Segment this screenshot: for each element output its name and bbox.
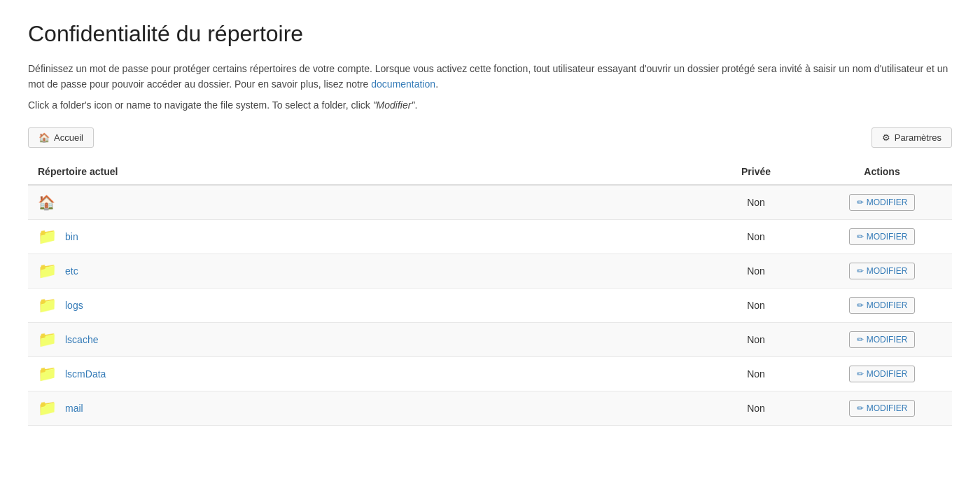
privee-value: Non	[700, 288, 812, 322]
folder-name-link[interactable]: bin	[65, 231, 78, 242]
modifier-button[interactable]: ✏ MODIFIER	[849, 297, 916, 314]
modifier-button[interactable]: ✏ MODIFIER	[849, 400, 916, 417]
privee-value: Non	[700, 356, 812, 391]
col-header-privee: Privée	[700, 159, 812, 185]
parametres-button[interactable]: ⚙ Paramètres	[872, 127, 952, 148]
table-row: 📁lscmDataNon✏ MODIFIER	[28, 356, 952, 391]
pencil-icon: ✏	[857, 335, 864, 345]
modifier-button[interactable]: ✏ MODIFIER	[849, 263, 916, 279]
table-row: 📁etcNon✏ MODIFIER	[28, 254, 952, 288]
parametres-label: Paramètres	[895, 132, 941, 143]
table-row: 📁lscacheNon✏ MODIFIER	[28, 322, 952, 356]
home-btn-icon: 🏠	[38, 132, 50, 143]
folder-name-link[interactable]: lscmData	[65, 368, 106, 380]
pencil-icon: ✏	[857, 197, 864, 207]
pencil-icon: ✏	[857, 266, 864, 276]
col-header-actions: Actions	[812, 159, 952, 185]
documentation-link[interactable]: documentation	[371, 78, 435, 90]
folder-icon: 📁	[38, 298, 57, 313]
accueil-label: Accueil	[54, 132, 83, 143]
page-instruction: Click a folder's icon or name to navigat…	[28, 99, 952, 111]
pencil-icon: ✏	[857, 369, 864, 379]
table-header-row: Répertoire actuel Privée Actions	[28, 159, 952, 185]
privee-value: Non	[700, 254, 812, 288]
privee-value: Non	[700, 322, 812, 356]
page-title: Confidentialité du répertoire	[28, 21, 952, 47]
home-folder-icon[interactable]: 🏠	[38, 194, 55, 211]
modifier-button[interactable]: ✏ MODIFIER	[849, 194, 916, 211]
table-row: 📁binNon✏ MODIFIER	[28, 219, 952, 254]
table-row: 🏠Non✏ MODIFIER	[28, 185, 952, 220]
folder-icon: 📁	[38, 332, 57, 347]
table-row: 📁logsNon✏ MODIFIER	[28, 288, 952, 322]
toolbar: 🏠 Accueil ⚙ Paramètres	[28, 127, 952, 148]
pencil-icon: ✏	[857, 403, 864, 413]
folder-name-link[interactable]: lscache	[65, 334, 98, 345]
privee-value: Non	[700, 219, 812, 254]
pencil-icon: ✏	[857, 232, 864, 242]
modifier-button[interactable]: ✏ MODIFIER	[849, 366, 916, 382]
folder-icon: 📁	[38, 401, 57, 416]
col-header-repertoire: Répertoire actuel	[28, 159, 700, 185]
folder-name-link[interactable]: logs	[65, 300, 83, 311]
modifier-button[interactable]: ✏ MODIFIER	[849, 331, 916, 348]
folder-name-link[interactable]: etc	[65, 265, 78, 277]
privee-value: Non	[700, 185, 812, 220]
modifier-button[interactable]: ✏ MODIFIER	[849, 228, 916, 245]
directory-table: Répertoire actuel Privée Actions 🏠Non✏ M…	[28, 159, 952, 426]
gear-icon: ⚙	[882, 132, 890, 143]
privee-value: Non	[700, 391, 812, 425]
folder-icon: 📁	[38, 263, 57, 279]
page-description: Définissez un mot de passe pour protéger…	[28, 61, 952, 92]
folder-name-link[interactable]: mail	[65, 403, 83, 414]
description-text-2: .	[435, 78, 438, 90]
description-text-1: Définissez un mot de passe pour protéger…	[28, 63, 948, 90]
folder-icon: 📁	[38, 366, 57, 382]
folder-icon: 📁	[38, 229, 57, 244]
pencil-icon: ✏	[857, 300, 864, 310]
accueil-button[interactable]: 🏠 Accueil	[28, 127, 94, 148]
table-row: 📁mailNon✏ MODIFIER	[28, 391, 952, 425]
